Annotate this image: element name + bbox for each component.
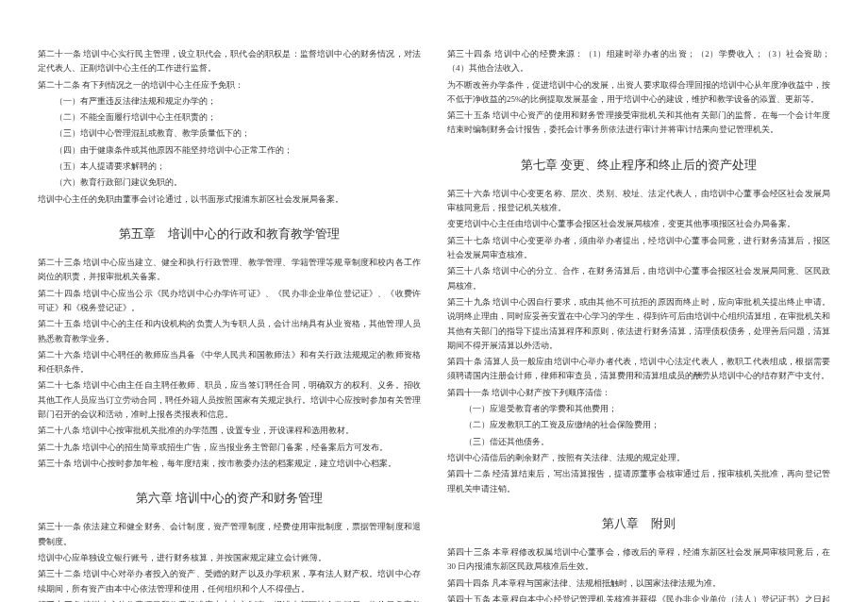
article-22-item-5: （五）本人提请要求解聘的；: [38, 159, 421, 174]
article-31-note: 培训中心应单独设立银行账号，进行财务核算，并按国家规定建立会计账簿。: [38, 551, 421, 565]
article-22-item-4: （四）由于健康条件或其他原因不能坚持培训中心正常工作的；: [38, 143, 421, 158]
article-24: 第二十四条 培训中心应当公示《民办培训中心办学许可证》、《民办非企业单位登记证》…: [38, 287, 421, 316]
article-22: 第二十二条 有下列情况之一的培训中心主任应予免职：: [38, 78, 421, 92]
article-31: 第三十一条 依法建立和健全财务、会计制度，资产管理制度，经费使用审批制度，票据管…: [38, 520, 421, 549]
article-35: 第三十五条 培训中心资产的使用和财务管理接受审批机关和其他有关部门的监督。在每一…: [447, 109, 830, 138]
article-29: 第二十九条 培训中心的招生简章或招生广告，应当报业务主管部门备案，经备案后方可发…: [38, 441, 421, 455]
article-45: 第四十五条 本章程自本中心经登记管理机关核准并获得《民办非企业单位（法人）登记证…: [447, 593, 830, 602]
article-26: 第二十六条 培训中心聘任的教师应当具备《中华人民共和国教师法》和有关行政法规规定…: [38, 348, 421, 377]
chapter-8-title: 第八章 附则: [447, 513, 830, 534]
article-41: 第四十一条 培训中心财产按下列顺序清偿：: [447, 386, 830, 400]
article-22-item-1: （一）有严重违反法律法规和规定办学的；: [38, 94, 421, 109]
right-column: 第三十四条 培训中心的经费来源：（1）组建时举办者的出资；（2）学费收入；（3）…: [447, 47, 830, 574]
article-27: 第二十七条 培训中心由主任自主聘任教师、职员，应当签订聘任合同，明确双方的权利、…: [38, 378, 421, 422]
article-22-item-2: （二）不能全面履行培训中心主任职责的；: [38, 110, 421, 125]
article-22-item-3: （三）培训中心管理混乱或教育、教学质量低下的；: [38, 126, 421, 141]
article-39: 第三十九条 培训中心因自行要求，或由其他不可抗拒的原因而终止时，应向审批机关提出…: [447, 295, 830, 353]
article-34-note: 为不断改善办学条件，促进培训中心的发展，出资人要求取得合理回报的培训中心从年度净…: [447, 78, 830, 108]
article-36: 第三十六条 培训中心变更名称、层次、类别、校址、法定代表人，由培训中心董事会经区…: [447, 187, 830, 216]
article-23: 第二十三条 培训中心应当建立、健全和执行行政管理、教学管理、学籍管理等规章制度和…: [38, 256, 421, 285]
article-41-item-1: （一）应退受教育者的学费和其他费用；: [447, 402, 830, 416]
left-column: 第二十一条 培训中心实行民主管理，设立职代会，职代会的职权是：监督培训中心的财务…: [38, 47, 421, 574]
article-37: 第三十七条 培训中心变更举办者，须由举办者提出，经培训中心董事会同意，进行财务清…: [447, 234, 830, 263]
article-21: 第二十一条 培训中心实行民主管理，设立职代会，职代会的职权是：监督培训中心的财务…: [38, 47, 421, 76]
article-36-note: 变更培训中心主任由培训中心董事会报区社会发展局核准，变更其他事项报区社会办局备案…: [447, 217, 830, 231]
article-32: 第三十二条 培训中心对举办者投入的资产、受赠的财产以及办学积累，享有法人财产权。…: [38, 567, 421, 596]
article-42: 第四十二条 经清算结束后，写出清算报告，提请原董事会核审通过后，报审核机关批准，…: [447, 467, 830, 496]
article-43: 第四十三条 本章程修改权属培训中心董事会，修改后的章程，经浦东新区社会发展局审核…: [447, 545, 830, 575]
article-28: 第二十八条 培训中心按审批机关批准的办学范围，设置专业，开设课程和选用教材。: [38, 424, 421, 438]
article-33: 第三十三条 培训中心的收费项目和收费标准应由本中心制定，报浦东新区社会发展局、物…: [38, 598, 421, 602]
article-41-item-2: （二）应发教职工的工资及应缴纳的社会保险费用；: [447, 418, 830, 432]
article-25: 第二十五条 培训中心的主任和内设机构的负责人为专职人员，会计出纳具有从业资格，其…: [38, 317, 421, 346]
article-44: 第四十四条 凡本章程与国家法律、法规相抵触时，以国家法律法规为准。: [447, 577, 830, 591]
chapter-7-title: 第七章 变更、终止程序和终止后的资产处理: [447, 155, 830, 176]
chapter-6-title: 第六章 培训中心的资产和财务管理: [38, 488, 421, 509]
article-30: 第三十条 培训中心按时参加年检，每年度结束，按市教委办法的档案规定，建立培训中心…: [38, 457, 421, 471]
article-22-note: 培训中心主任的免职由董事会讨论通过，以书面形式报浦东新区社会发展局备案。: [38, 192, 421, 207]
article-34: 第三十四条 培训中心的经费来源：（1）组建时举办者的出资；（2）学费收入；（3）…: [447, 47, 830, 76]
chapter-5-title: 第五章 培训中心的行政和教育教学管理: [38, 224, 421, 244]
article-40: 第四十条 清算人员一般应由培训中心举办者代表，培训中心法定代表人，教职工代表组成…: [447, 355, 830, 384]
article-41-note: 培训中心清偿后的剩余财产，按照有关法律、法规的规定处理。: [447, 451, 830, 465]
article-41-item-3: （三）偿还其他债务。: [447, 435, 830, 449]
article-38: 第三十八条 培训中心的分立、合作，在财务清算后，由培训中心董事会报区社会发展局同…: [447, 264, 830, 293]
article-22-item-6: （六）教育行政部门建议免职的。: [38, 176, 421, 190]
